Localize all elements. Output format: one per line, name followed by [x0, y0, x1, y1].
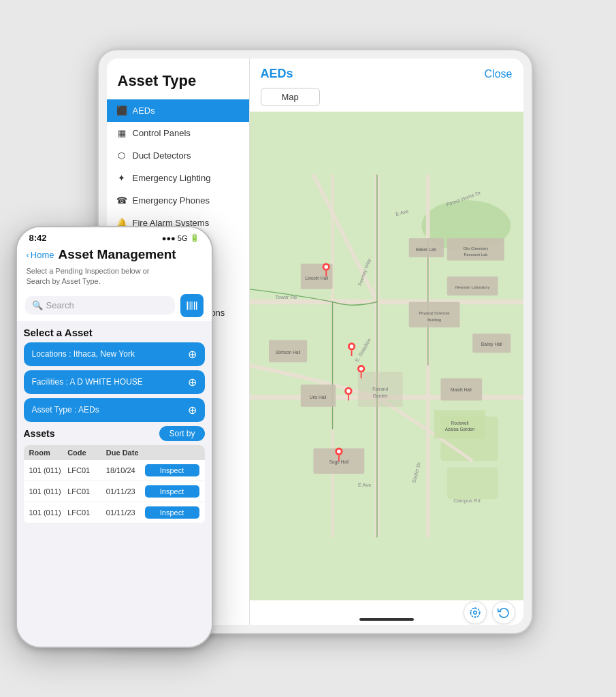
- map-refresh-button[interactable]: [492, 601, 515, 624]
- svg-point-46: [324, 265, 328, 269]
- search-row: 🔍 Search: [17, 291, 212, 321]
- map-tab-row: Map: [250, 85, 523, 112]
- duct-detector-icon: ⬡: [116, 150, 127, 161]
- table-row: 101 (011) LFC01 18/10/24 Inspect: [24, 460, 205, 481]
- svg-point-52: [359, 367, 363, 371]
- inspect-button-1[interactable]: Inspect: [145, 464, 199, 476]
- status-time: 8:42: [29, 233, 47, 243]
- filter-asset-type[interactable]: Asset Type : AEDs ⊕: [24, 398, 205, 422]
- filter-expand-icon: ⊕: [188, 348, 197, 361]
- map-close-button[interactable]: Close: [485, 68, 513, 80]
- svg-rect-63: [189, 302, 189, 310]
- map-bottom-bar: [250, 600, 523, 625]
- scene: Asset Type ⬛ AEDs ▦ Control Panels ⬡ Duc…: [16, 22, 601, 675]
- svg-text:Tower Rd: Tower Rd: [275, 294, 297, 300]
- svg-rect-64: [190, 302, 191, 310]
- svg-text:Garden: Garden: [372, 393, 387, 398]
- svg-rect-3: [447, 468, 498, 500]
- search-icon: 🔍: [32, 300, 43, 310]
- map-location-button[interactable]: [464, 601, 487, 624]
- svg-text:Azalea Garden: Azalea Garden: [444, 427, 474, 432]
- svg-point-60: [473, 611, 476, 615]
- svg-text:E Ave: E Ave: [357, 482, 370, 488]
- signal-icon: ●●● 5G: [162, 234, 188, 242]
- svg-rect-65: [192, 302, 193, 310]
- sort-button[interactable]: Sort by: [159, 426, 204, 441]
- phone-subtitle: Select a Pending Inspection below orSear…: [17, 265, 212, 291]
- row2-code: LFC01: [67, 487, 106, 496]
- inspect-button-2[interactable]: Inspect: [145, 485, 199, 498]
- svg-text:Malott Hall: Malott Hall: [450, 387, 471, 392]
- assets-table: Room Code Due Date 101 (011) LFC01 18/10…: [24, 445, 205, 523]
- filter-facilities[interactable]: Facilities : A D WHITE HOUSE ⊕: [24, 370, 205, 394]
- map-header: AEDs Close: [250, 59, 523, 85]
- svg-point-61: [470, 608, 480, 617]
- row2-due-date: 01/11/23: [106, 487, 145, 496]
- row3-code: LFC01: [67, 508, 106, 517]
- control-panel-icon: ▦: [116, 128, 127, 138]
- chevron-left-icon: ‹: [27, 250, 29, 260]
- search-placeholder: Search: [46, 300, 74, 310]
- row2-room: 101 (011): [29, 487, 68, 496]
- map-canvas[interactable]: Lincoln Hall Stimson Hall Uris Hall Bake…: [250, 112, 523, 600]
- header-action: [145, 449, 199, 457]
- phone-content: Select a Asset Locations : Ithaca, New Y…: [17, 321, 212, 647]
- map-title: AEDs: [261, 67, 293, 81]
- sidebar-item-aeds[interactable]: ⬛ AEDs: [107, 99, 249, 122]
- status-icons: ●●● 5G 🔋: [162, 233, 199, 242]
- svg-text:Farrand: Farrand: [372, 387, 388, 391]
- svg-text:Uris Hall: Uris Hall: [309, 395, 326, 400]
- header-due-date: Due Date: [106, 449, 145, 457]
- back-button[interactable]: ‹ Home: [27, 250, 54, 260]
- filter-asset-type-label: Asset Type : AEDs: [32, 405, 99, 415]
- table-header: Room Code Due Date: [24, 445, 205, 460]
- svg-rect-66: [194, 302, 195, 310]
- row1-room: 101 (011): [29, 466, 68, 474]
- barcode-button[interactable]: [180, 294, 204, 317]
- campus-map-svg: Lincoln Hall Stimson Hall Uris Hall Bake…: [250, 112, 523, 600]
- battery-icon: 🔋: [190, 233, 199, 242]
- map-panel: AEDs Close Map: [250, 59, 523, 625]
- svg-rect-62: [187, 302, 188, 310]
- table-row: 101 (011) LFC01 01/11/23 Inspect: [24, 502, 205, 523]
- svg-point-58: [337, 449, 341, 453]
- phone-title: Asset Management: [59, 247, 176, 262]
- home-indicator: [359, 618, 414, 621]
- svg-point-55: [346, 389, 351, 393]
- sidebar-item-emergency-lighting[interactable]: ✦ Emergency Lighting: [107, 167, 249, 189]
- svg-text:Building: Building: [427, 318, 441, 322]
- map-tab[interactable]: Map: [261, 88, 320, 106]
- filter-locations[interactable]: Locations : Ithaca, New York ⊕: [24, 342, 205, 366]
- sidebar-item-label: Emergency Lighting: [133, 173, 211, 183]
- svg-text:Baker Lab: Baker Lab: [416, 247, 436, 252]
- svg-text:Stimson Hall: Stimson Hall: [275, 350, 300, 355]
- filter-location-label: Locations : Ithaca, New York: [32, 349, 135, 359]
- filter-expand-icon: ⊕: [188, 404, 197, 417]
- svg-text:Research Lab: Research Lab: [464, 253, 487, 257]
- row3-room: 101 (011): [29, 508, 68, 517]
- search-input[interactable]: 🔍 Search: [25, 296, 175, 314]
- svg-text:Physical Sciences: Physical Sciences: [419, 311, 449, 315]
- status-bar: 8:42 ●●● 5G 🔋: [17, 227, 212, 246]
- phone-nav: ‹ Home Asset Management: [17, 246, 212, 265]
- svg-text:Campus Rd: Campus Rd: [453, 498, 480, 504]
- svg-rect-67: [196, 302, 197, 310]
- emergency-lighting-icon: ✦: [116, 173, 127, 183]
- sidebar-title: Asset Type: [107, 72, 249, 99]
- sidebar-item-control-panels[interactable]: ▦ Control Panels: [107, 122, 249, 144]
- svg-text:Rockwell: Rockwell: [451, 421, 469, 425]
- svg-point-49: [349, 344, 353, 348]
- inspect-button-3[interactable]: Inspect: [145, 506, 199, 519]
- back-label: Home: [31, 250, 54, 260]
- filter-facility-label: Facilities : A D WHITE HOUSE: [32, 377, 143, 387]
- sidebar-item-duct-detectors[interactable]: ⬡ Duct Detectors: [107, 144, 249, 167]
- section-label: Select a Asset: [24, 327, 205, 338]
- filter-expand-icon: ⊕: [188, 376, 197, 389]
- assets-header: Assets Sort by: [24, 426, 205, 441]
- svg-text:Bailey Hall: Bailey Hall: [481, 342, 502, 347]
- sidebar-item-label: Emergency Phones: [133, 195, 210, 206]
- header-code: Code: [67, 449, 106, 457]
- sidebar-item-emergency-phones[interactable]: ☎ Emergency Phones: [107, 189, 249, 212]
- header-room: Room: [29, 449, 68, 457]
- svg-text:Olin Chemistry: Olin Chemistry: [463, 246, 488, 250]
